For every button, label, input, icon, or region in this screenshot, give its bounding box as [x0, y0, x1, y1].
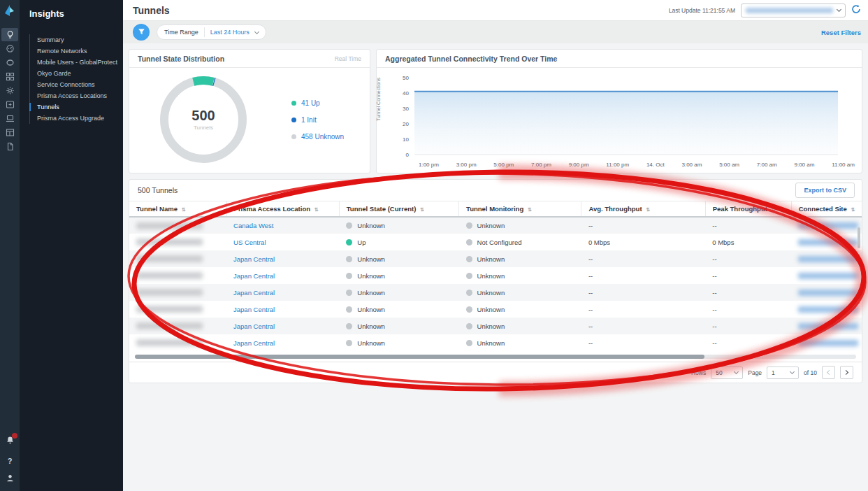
x-tick-1-00-pm: 1:00 pm [419, 162, 439, 168]
legend-item-41-up[interactable]: 41 Up [291, 99, 344, 107]
connected-site-redacted[interactable] [798, 239, 858, 246]
col-header-peak-throughput[interactable]: Peak Throughput⇅ [705, 201, 791, 218]
nav-item-remote-networks[interactable]: Remote Networks [30, 45, 123, 57]
connected-site-redacted[interactable] [798, 256, 858, 262]
nav-item-prisma-access-upgrade[interactable]: Prisma Access Upgrade [30, 113, 123, 124]
notifications-button[interactable] [6, 435, 15, 448]
connected-site-cell [791, 334, 862, 351]
nav-item-service-connections[interactable]: Service Connections [30, 79, 123, 90]
page-select[interactable]: 1 [767, 367, 799, 379]
time-range-dropdown[interactable]: Time Range Last 24 Hours [157, 24, 266, 40]
chevron-right-icon [844, 370, 848, 375]
trend-xlabels: 1:00 pm3:00 pm5:00 pm7:00 pm9:00 pm11:00… [419, 162, 855, 168]
next-page-button[interactable] [840, 366, 853, 379]
nav-item-mobile-users-globalprotect[interactable]: Mobile Users - GlobalProtect [30, 57, 123, 68]
col-header-tunnel-monitoring[interactable]: Tunnel Monitoring⇅ [459, 201, 581, 218]
location-link[interactable]: Japan Central [233, 306, 275, 313]
avg-throughput-cell: -- [581, 318, 705, 334]
help-icon: ? [8, 457, 13, 465]
location-link[interactable]: Japan Central [233, 272, 275, 280]
reset-filters-link[interactable]: Reset Filters [821, 29, 861, 36]
horizontal-scrollbar-thumb[interactable] [135, 355, 704, 359]
location-link[interactable]: Japan Central [233, 289, 275, 297]
nav-item-okyo-garde[interactable]: Okyo Garde [30, 68, 123, 79]
monitoring-cell: Unknown [459, 267, 581, 284]
user-menu-button[interactable] [6, 473, 15, 485]
location-link[interactable]: Canada West [233, 222, 273, 229]
prisma-logo-icon[interactable] [2, 3, 17, 18]
rail-item-add-window[interactable] [1, 98, 18, 111]
peak-throughput-cell: -- [705, 217, 791, 234]
connected-site-redacted[interactable] [798, 340, 858, 346]
chevron-left-icon [827, 370, 832, 375]
rail-item-settings[interactable] [1, 84, 18, 97]
help-button[interactable]: ? [8, 454, 13, 467]
col-header-tunnel-name[interactable]: Tunnel Name⇅ [129, 201, 226, 218]
connected-site-redacted[interactable] [798, 273, 858, 279]
location-link[interactable]: Japan Central [233, 339, 275, 347]
avg-throughput-cell: -- [581, 267, 705, 284]
location-link[interactable]: Japan Central [233, 322, 275, 330]
tunnel-name-redacted [136, 339, 203, 346]
connected-site-redacted[interactable] [798, 306, 858, 313]
table-body: Canada WestUnknownUnknown----US CentralU… [129, 217, 862, 351]
x-tick-5-00-am: 5:00 am [719, 162, 739, 168]
col-header-tunnel-state-current[interactable]: Tunnel State (Current)⇅ [339, 201, 458, 218]
state-dot [346, 306, 352, 313]
tunnel-name-cell [129, 284, 226, 301]
rail-item-apps[interactable] [1, 70, 18, 83]
prev-page-button[interactable] [822, 366, 835, 379]
tenant-select[interactable] [741, 3, 846, 17]
filter-bar: Time Range Last 24 Hours Reset Filters [123, 21, 868, 43]
col-header-connected-site[interactable]: Connected Site⇅ [791, 201, 862, 218]
legend-item-458-unknown[interactable]: 458 Unknown [291, 133, 344, 141]
side-icon-rail: ? [0, 0, 20, 491]
refresh-button[interactable] [851, 4, 861, 17]
rows-label: Rows [691, 369, 706, 376]
content: Tunnel State Distribution Real Time 500 [123, 43, 868, 491]
col-header-prisma-access-location[interactable]: Prisma Access Location⇅ [226, 201, 339, 218]
sort-icon: ⇅ [646, 207, 651, 212]
connected-site-redacted[interactable] [798, 290, 858, 296]
table-row: US CentralUpNot Configured0 Mbps0 Mbps [129, 234, 862, 250]
vertical-scrollbar[interactable] [858, 227, 860, 248]
rail-item-reports[interactable] [1, 140, 18, 153]
nav-item-summary[interactable]: Summary [30, 34, 123, 45]
rows-per-page-select[interactable]: 50 [711, 367, 743, 379]
rail-item-layout[interactable] [1, 126, 18, 139]
rail-item-device[interactable] [1, 112, 18, 125]
x-tick-14-oct: 14. Oct [646, 162, 665, 168]
tunnel-name-redacted [136, 239, 203, 246]
connected-site-redacted[interactable] [798, 323, 858, 329]
legend-dot [291, 118, 296, 122]
table-row: Japan CentralUnknownUnknown---- [129, 284, 862, 301]
table-row: Japan CentralUnknownUnknown---- [129, 334, 862, 351]
location-link[interactable]: US Central [233, 239, 266, 246]
y-tick-50: 50 [403, 75, 409, 81]
rail-item-insights[interactable] [1, 28, 18, 41]
nav-item-tunnels[interactable]: Tunnels [30, 101, 123, 113]
location-cell: Japan Central [226, 284, 339, 301]
filter-button[interactable] [133, 24, 150, 41]
col-header-avg-throughput[interactable]: Avg. Throughput⇅ [581, 201, 705, 218]
connected-site-redacted[interactable] [798, 222, 858, 229]
nav-item-prisma-access-locations[interactable]: Prisma Access Locations [30, 90, 123, 101]
state-dot [346, 256, 352, 262]
state-dot [346, 222, 352, 229]
peak-throughput-cell: -- [705, 334, 791, 351]
avg-throughput-cell: -- [581, 284, 705, 301]
export-csv-button[interactable]: Export to CSV [795, 183, 855, 198]
funnel-icon [138, 27, 145, 38]
real-time-badge: Real Time [335, 55, 361, 62]
rail-item-dashboard[interactable] [1, 42, 18, 55]
peak-throughput-cell: -- [705, 301, 791, 318]
location-link[interactable]: Japan Central [233, 255, 275, 263]
location-cell: Japan Central [226, 267, 339, 284]
peak-throughput-cell: 0 Mbps [705, 234, 791, 250]
avg-throughput-cell: 0 Mbps [581, 234, 705, 250]
monitoring-dot [466, 340, 472, 346]
time-range-value: Last 24 Hours [210, 29, 249, 36]
rail-item-monitor[interactable] [1, 56, 18, 69]
tunnel-name-cell [129, 267, 226, 284]
legend-item-1-init[interactable]: 1 Init [291, 116, 344, 124]
